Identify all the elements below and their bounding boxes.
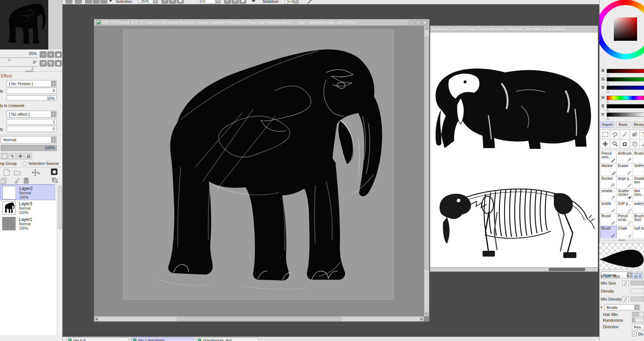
- toolbar-button-5[interactable]: [100, 0, 107, 4]
- rotate-reset-button[interactable]: ▣: [55, 60, 62, 67]
- direction-dropdown[interactable]: Pen: [632, 324, 644, 330]
- layer-row-layer2[interactable]: Layer2 Normal 100%: [0, 185, 55, 200]
- zoom-in-button[interactable]: +: [47, 51, 54, 58]
- close-button[interactable]: ✕: [422, 20, 428, 25]
- brush-cell-dop-p[interactable]: DoP p...: [617, 201, 633, 214]
- brush-cell-pencil-smooth[interactable]: Pencil smo...: [600, 151, 617, 163]
- brush-cell-pencil-scratch[interactable]: Pencil scrat...: [617, 214, 633, 226]
- hue-slider-marker[interactable]: △: [607, 100, 609, 103]
- toolbar-zoom-fit-button[interactable]: ▣: [177, 0, 184, 4]
- value-slider-marker[interactable]: △: [607, 117, 609, 120]
- brush-size-unit-box[interactable]: x1.0: [632, 273, 643, 279]
- brush-cell-airbrush[interactable]: AirBrush: [617, 151, 633, 163]
- tool-lasso[interactable]: [610, 130, 620, 139]
- brush-cell-brush-selected[interactable]: Brush: [600, 226, 617, 238]
- reference-scroll-thumb[interactable]: [549, 268, 585, 271]
- vertical-scroll-thumb[interactable]: [425, 37, 429, 270]
- transform-dropdown-arrow[interactable]: ▼: [38, 173, 40, 175]
- tool-text[interactable]: T: [640, 130, 644, 139]
- layer-opacity-slider[interactable]: 100%: [1, 145, 57, 151]
- tab-binary[interactable]: Binary: [632, 122, 644, 128]
- preserve-opacity-button[interactable]: [1, 153, 8, 159]
- brush-cell-eraser[interactable]: Eraser: [617, 163, 633, 176]
- brush-size-dropdown-arrow[interactable]: ▼: [626, 274, 629, 278]
- randomize-slider[interactable]: [632, 318, 644, 322]
- red-slider[interactable]: [607, 69, 644, 73]
- tool-rotate-view[interactable]: Ω: [620, 139, 630, 149]
- min-density-slider[interactable]: [631, 297, 644, 301]
- brush-cell-smatter[interactable]: smatte...: [600, 189, 617, 201]
- scroll-left-arrow[interactable]: ◀: [94, 317, 99, 321]
- brush-cell-marker[interactable]: Marker: [600, 163, 617, 176]
- navigator-preview[interactable]: [0, 0, 48, 49]
- brush-cell-chalk[interactable]: Chalk: [617, 226, 633, 238]
- toolbar-zoom-out-button[interactable]: −: [161, 0, 168, 4]
- panel-drag-handle[interactable]: [618, 239, 625, 241]
- mask-button[interactable]: [51, 168, 57, 175]
- brush-cell-large-g[interactable]: large g...: [617, 176, 633, 189]
- toolbar-rotate-reset-button[interactable]: ▣: [239, 0, 246, 4]
- brush-cell-selpen[interactable]: SelPen: [633, 163, 644, 176]
- toolbar-button-2[interactable]: [75, 0, 82, 4]
- stroke-style-icon[interactable]: [307, 0, 313, 4]
- tool-magic-wand[interactable]: [620, 130, 630, 139]
- tool-move[interactable]: [600, 139, 610, 149]
- layer-row-layer1[interactable]: Layer1 Normal 100%: [0, 216, 55, 231]
- green-slider[interactable]: [607, 77, 644, 82]
- document-tab-1[interactable]: day 6 di...: [67, 337, 129, 341]
- rotate-ccw-button[interactable]: ↺: [40, 60, 47, 67]
- new-layer-button[interactable]: [4, 169, 10, 176]
- blue-slider[interactable]: [607, 86, 644, 90]
- toolbar-angle-combo[interactable]: 0.0 ▼: [198, 0, 221, 4]
- tool-rect-select[interactable]: [600, 130, 610, 139]
- texture-scale-slider[interactable]: 10%: [7, 95, 57, 101]
- layers-scrollbar[interactable]: [57, 184, 63, 335]
- move-layer-button[interactable]: [17, 153, 24, 159]
- lock-layer-button[interactable]: [25, 153, 32, 159]
- rotate-cw-button[interactable]: ↻: [47, 60, 54, 67]
- horizontal-scroll-thumb[interactable]: [177, 317, 341, 321]
- toolbar-rotate-ccw-button[interactable]: ✓: [224, 0, 231, 4]
- texture-opacity-field[interactable]: 0: [7, 88, 57, 94]
- canvas[interactable]: [123, 29, 395, 300]
- brush-cell-brush2[interactable]: Brush: [600, 214, 617, 226]
- selection-pin-icon[interactable]: ✱: [109, 0, 112, 3]
- maximize-button[interactable]: □: [415, 20, 421, 25]
- toolbar-rotate-cw-button[interactable]: ↻: [232, 0, 239, 4]
- navigator-zoom-slider[interactable]: [1, 58, 38, 58]
- brush-cell-scatter-circles[interactable]: Scatter circles: [617, 189, 633, 201]
- selection-source-radio[interactable]: [23, 162, 27, 166]
- zoom-reset-button[interactable]: ▣: [55, 51, 62, 58]
- saturation-value-square[interactable]: [614, 17, 637, 41]
- reference-window-titlebar[interactable]: AppData / Local / Temp / Deinotherium_sk…: [430, 26, 598, 32]
- tab-import[interactable]: Import: [600, 122, 615, 128]
- hue-marker[interactable]: [611, 19, 615, 22]
- red-slider-marker[interactable]: △: [607, 73, 609, 76]
- tool-hand[interactable]: [630, 139, 640, 149]
- density-checkbox[interactable]: ✓: [632, 332, 637, 336]
- hue-slider[interactable]: [607, 96, 644, 100]
- toolbar-zoom-in-button[interactable]: +: [169, 0, 176, 4]
- texture-dropdown[interactable]: [ No Texture ] ▼: [7, 80, 57, 87]
- effect-width-slider[interactable]: 1: [7, 119, 57, 125]
- new-folder-button[interactable]: [14, 170, 21, 175]
- tool-eyedropper[interactable]: [640, 139, 644, 149]
- scroll-right-arrow[interactable]: ▶: [420, 317, 424, 321]
- blue-slider-marker[interactable]: △: [607, 90, 609, 93]
- document-tab-3[interactable]: Deinotherium_skel...: [196, 337, 259, 341]
- layer-blend-mode-dropdown[interactable]: Normal ▼: [1, 136, 57, 143]
- green-slider-marker[interactable]: △: [607, 82, 609, 85]
- layer-row-layer3[interactable]: Layer3 Normal 100%: [0, 200, 55, 216]
- brush-cell-blur-mov[interactable]: blur mov...: [633, 189, 644, 201]
- toolbar-button-4[interactable]: [93, 0, 100, 4]
- density-slider[interactable]: [631, 289, 644, 293]
- brush-cell-watery[interactable]: watery: [633, 201, 644, 214]
- min-density-pen-pressure-button[interactable]: [623, 296, 629, 302]
- brush-cell-bucket[interactable]: Bucket: [600, 176, 617, 189]
- navigator-rotation-slider-marker[interactable]: △: [31, 67, 34, 70]
- duplicate-layer-button[interactable]: [1, 178, 7, 184]
- brush-cell-half-tone[interactable]: half to...: [633, 226, 644, 238]
- saturation-slider[interactable]: [607, 104, 644, 108]
- zoom-out-button[interactable]: −: [40, 51, 47, 58]
- layer-set-button[interactable]: [52, 177, 58, 184]
